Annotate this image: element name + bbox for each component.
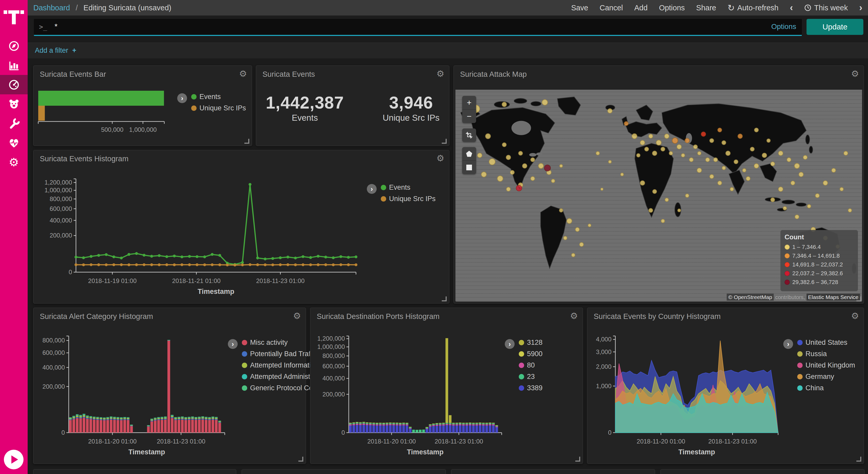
- legend-toggle-button[interactable]: ›: [177, 93, 187, 103]
- resize-handle[interactable]: [244, 139, 249, 144]
- resize-handle[interactable]: [442, 296, 447, 301]
- legend-item[interactable]: Germany: [797, 373, 855, 381]
- sidebar-expand-button[interactable]: [4, 450, 24, 469]
- options-button[interactable]: Options: [659, 4, 685, 12]
- resize-handle[interactable]: [299, 457, 303, 462]
- rectangle-draw-button[interactable]: [462, 161, 476, 174]
- sidebar-item-dashboard[interactable]: [0, 75, 28, 94]
- elastic-maps-service-link[interactable]: Elastic Maps Service: [807, 294, 860, 301]
- cancel-button[interactable]: Cancel: [599, 4, 623, 12]
- legend-item[interactable]: Attempted Administr...: [242, 373, 319, 381]
- legend-item[interactable]: 5900: [519, 350, 542, 358]
- panel-settings-icon[interactable]: ⚙: [851, 310, 859, 321]
- auto-refresh-label: Auto-refresh: [737, 4, 779, 12]
- resize-handle[interactable]: [857, 457, 861, 462]
- zoom-in-button[interactable]: +: [462, 96, 476, 109]
- legend-toggle-button[interactable]: ›: [228, 339, 238, 349]
- legend-item[interactable]: Misc activity: [242, 338, 319, 347]
- panel-settings-icon[interactable]: ⚙: [437, 153, 444, 164]
- resize-handle[interactable]: [442, 139, 447, 144]
- time-back-button[interactable]: ‹: [790, 3, 793, 12]
- legend-toggle-button[interactable]: ›: [367, 184, 377, 194]
- polygon-draw-button[interactable]: [462, 147, 476, 160]
- panel-settings-icon[interactable]: ⚙: [851, 68, 859, 79]
- top-navigation-bar: Dashboard / Editing Suricata (unsaved) S…: [28, 0, 868, 16]
- sidebar-item-management[interactable]: ⚙: [0, 152, 28, 172]
- legend-item[interactable]: 3389: [519, 384, 542, 392]
- panel-partial: [33, 469, 237, 474]
- time-picker-button[interactable]: This week: [804, 4, 848, 12]
- panel-title[interactable]: Suricata Events by Country Histogram: [594, 312, 721, 321]
- resize-handle[interactable]: [857, 296, 861, 301]
- svg-text:400,000: 400,000: [322, 375, 345, 382]
- panel-title[interactable]: Suricata Events Histogram: [40, 154, 128, 163]
- map-bubble: [767, 139, 771, 143]
- map-bubble: [648, 208, 653, 213]
- breadcrumb-separator: /: [76, 4, 78, 12]
- legend-item[interactable]: Generic Protocol Co...: [242, 384, 319, 392]
- world-map[interactable]: + −: [456, 90, 862, 302]
- openstreetmap-link[interactable]: © OpenStreetMap: [727, 294, 774, 301]
- update-button[interactable]: Update: [807, 19, 863, 35]
- time-forward-button[interactable]: ›: [859, 3, 862, 12]
- zoom-out-button[interactable]: −: [462, 110, 476, 123]
- map-bubble: [510, 170, 515, 175]
- legend-toggle-button[interactable]: ›: [505, 339, 515, 349]
- sidebar-item-hunting-app[interactable]: [0, 94, 28, 114]
- legend-item[interactable]: 23: [519, 373, 542, 381]
- legend-item[interactable]: 3128: [519, 338, 542, 347]
- resize-handle[interactable]: [575, 457, 580, 462]
- panel-title[interactable]: Suricata Events: [262, 70, 315, 79]
- legend-item[interactable]: Events: [191, 93, 246, 101]
- map-bubble: [477, 153, 482, 158]
- add-filter-link[interactable]: Add a filter +: [35, 47, 76, 55]
- panel-title[interactable]: Suricata Attack Map: [460, 70, 527, 79]
- legend-item[interactable]: Unique Src IPs: [381, 195, 436, 203]
- panel-settings-icon[interactable]: ⚙: [293, 310, 301, 321]
- telekom-logo[interactable]: [0, 0, 28, 28]
- events-bar-chart[interactable]: 500,0001,000,000: [37, 90, 172, 142]
- save-button[interactable]: Save: [571, 4, 588, 12]
- legend-item[interactable]: China: [797, 384, 855, 392]
- map-bubble: [783, 206, 787, 210]
- panel-title[interactable]: Suricata Destination Ports Histogram: [317, 312, 439, 321]
- dest-ports-chart[interactable]: 0200,000400,000600,000800,0001,000,0001,…: [313, 332, 504, 458]
- map-bubble: [620, 173, 624, 176]
- legend-label: 5900: [527, 350, 542, 358]
- legend-toggle-button[interactable]: ›: [783, 339, 793, 349]
- sidebar-item-monitoring[interactable]: [0, 133, 28, 152]
- map-bubble: [664, 134, 669, 139]
- legend-item[interactable]: Unique Src IPs: [191, 104, 246, 112]
- legend-item[interactable]: Events: [381, 183, 436, 191]
- map-bubble: [831, 168, 836, 173]
- legend-item[interactable]: Potentially Bad Traffic: [242, 350, 319, 358]
- map-bubble: [559, 164, 563, 168]
- breadcrumb-dashboard-link[interactable]: Dashboard: [33, 4, 70, 12]
- auto-refresh-button[interactable]: ↻ Auto-refresh: [727, 3, 778, 13]
- legend-item[interactable]: United Kingdom: [797, 361, 855, 369]
- legend-item[interactable]: Russia: [797, 350, 855, 358]
- query-options-link[interactable]: Options: [771, 23, 797, 31]
- legend-item[interactable]: 80: [519, 361, 542, 369]
- map-bubble: [544, 165, 551, 171]
- panel-settings-icon[interactable]: ⚙: [239, 68, 247, 79]
- share-button[interactable]: Share: [696, 4, 716, 12]
- query-input[interactable]: >_ * Options: [34, 19, 802, 36]
- country-histogram-chart[interactable]: 01,0002,0003,0004,0002018-11-20 01:00201…: [590, 332, 781, 458]
- add-button[interactable]: Add: [634, 4, 648, 12]
- sidebar-item-dev-tools[interactable]: [0, 114, 28, 133]
- panel-settings-icon[interactable]: ⚙: [437, 68, 444, 79]
- panel-settings-icon[interactable]: ⚙: [570, 310, 578, 321]
- legend-item[interactable]: United States: [797, 338, 855, 347]
- events-histogram-chart[interactable]: 0200,000400,000600,000800,0001,000,0001,…: [37, 175, 360, 298]
- panel-title[interactable]: Suricata Alert Category Histogram: [40, 312, 153, 321]
- bar-chart-icon: [8, 59, 20, 71]
- sidebar-item-visualize[interactable]: [0, 56, 28, 75]
- map-bubble: [636, 153, 641, 157]
- alert-category-chart[interactable]: 0200,000400,000600,000800,0002018-11-20 …: [36, 332, 227, 458]
- legend-label: Unique Src IPs: [199, 104, 246, 112]
- sidebar-item-discover[interactable]: [0, 36, 28, 56]
- legend-item[interactable]: Attempted Informati...: [242, 361, 319, 369]
- panel-title[interactable]: Suricata Events Bar: [40, 70, 106, 79]
- crop-filter-button[interactable]: [462, 128, 476, 142]
